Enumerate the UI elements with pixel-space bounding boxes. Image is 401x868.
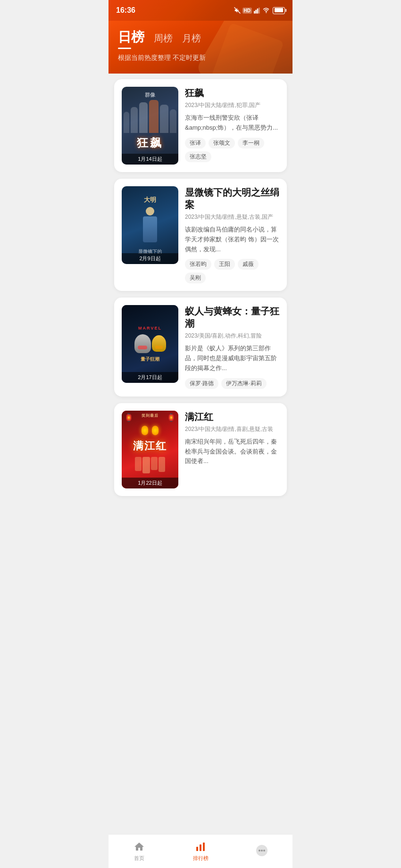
movie-title-2: 显微镜下的大明之丝绢案	[185, 186, 279, 211]
movie-list: 群像 狂飙 1月14日起 狂飙 2023/中国大陆/剧情,犯罪,国产	[109, 74, 292, 540]
movie-title-4: 满江红	[185, 411, 279, 423]
tab-weekly[interactable]: 周榜	[154, 32, 173, 47]
wifi-icon	[263, 7, 271, 14]
poster-date-1: 1月14日起	[122, 154, 178, 165]
movie-meta-4: 2023/中国大陆/剧情,喜剧,悬疑,古装	[185, 425, 279, 433]
movie-desc-4: 南宋绍兴年间，岳飞死后四年，秦桧率兵与金国会谈。会谈前夜，金国使者...	[185, 437, 279, 466]
cast-tag[interactable]: 张颂文	[209, 138, 235, 149]
movie-card-1[interactable]: 群像 狂飙 1月14日起 狂飙 2023/中国大陆/剧情,犯罪,国产	[114, 79, 287, 172]
movie-desc-3: 影片是《蚁人》系列的第三部作品，同时也是漫威电影宇宙第五阶段的揭幕之作...	[185, 344, 279, 373]
svg-rect-1	[254, 11, 255, 13]
battery-icon	[273, 7, 285, 14]
movie-poster-2: 大明 显微镜下的 2月9日起	[122, 186, 178, 264]
tab-daily[interactable]: 日榜	[118, 28, 144, 48]
movie-info-2: 显微镜下的大明之丝绢案 2023/中国大陆/剧情,悬疑,古装,国产 该剧改编自马…	[185, 186, 279, 283]
cast-tags-3: 保罗·路德 伊万杰琳·莉莉	[185, 378, 279, 389]
poster-date-2: 2月9日起	[122, 253, 178, 264]
poster-date-3: 2月17日起	[122, 372, 178, 383]
signal-icon	[254, 7, 261, 14]
cast-tag[interactable]: 张若昀	[185, 259, 211, 270]
cast-tag[interactable]: 张译	[185, 138, 206, 149]
cast-tag[interactable]: 王阳	[214, 259, 235, 270]
cast-tag[interactable]: 张志坚	[185, 151, 211, 162]
tab-bar: 日榜 周榜 月榜	[118, 28, 283, 48]
movie-card-2[interactable]: 大明 显微镜下的 2月9日起 显微镜下的大明之丝绢案 2023/中国大陆/剧情,…	[114, 179, 287, 291]
mute-icon	[234, 7, 241, 14]
cast-tag[interactable]: 吴刚	[185, 273, 206, 283]
movie-meta-2: 2023/中国大陆/剧情,悬疑,古装,国产	[185, 213, 279, 221]
cast-tags-1: 张译 张颂文 李一桐 张志坚	[185, 138, 279, 162]
movie-meta-3: 2023/美国/喜剧,动作,科幻,冒险	[185, 332, 279, 340]
cast-tag[interactable]: 保罗·路德	[185, 378, 218, 389]
tab-monthly[interactable]: 月榜	[182, 32, 201, 47]
hd-badge: HD	[242, 8, 252, 14]
movie-card-4[interactable]: 笑到最后 满江红 🏮 🏮	[114, 403, 287, 496]
cast-tag[interactable]: 戚薇	[238, 259, 259, 270]
svg-rect-2	[255, 10, 257, 14]
movie-title-3: 蚁人与黄蜂女：量子狂潮	[185, 305, 279, 330]
cast-tag[interactable]: 伊万杰琳·莉莉	[221, 378, 266, 389]
subtitle: 根据当前热度整理 不定时更新	[118, 54, 283, 62]
status-time: 16:36	[116, 6, 135, 15]
svg-rect-4	[259, 8, 260, 14]
movie-info-4: 满江红 2023/中国大陆/剧情,喜剧,悬疑,古装 南宋绍兴年间，岳飞死后四年，…	[185, 411, 279, 488]
poster-date-4: 1月22日起	[122, 478, 178, 488]
movie-meta-1: 2023/中国大陆/剧情,犯罪,国产	[185, 101, 279, 109]
movie-desc-1: 京海市一线刑警安欣（张译 &amp;nbsp;饰），在与黑恶势力...	[185, 113, 279, 133]
movie-title-1: 狂飙	[185, 87, 279, 99]
svg-point-5	[266, 12, 267, 13]
cast-tags-2: 张若昀 王阳 戚薇 吴刚	[185, 259, 279, 283]
movie-desc-2: 该剧改编自马伯庸的同名小说，算学天才帅家默（张若昀 饰）因一次偶然，发现...	[185, 225, 279, 254]
movie-info-1: 狂飙 2023/中国大陆/剧情,犯罪,国产 京海市一线刑警安欣（张译 &amp;…	[185, 87, 279, 165]
movie-poster-3: MARVEL 量子狂潮 2月17日起	[122, 305, 178, 383]
cast-tag[interactable]: 李一桐	[238, 138, 264, 149]
movie-info-3: 蚁人与黄蜂女：量子狂潮 2023/美国/喜剧,动作,科幻,冒险 影片是《蚁人》系…	[185, 305, 279, 389]
movie-poster-4: 笑到最后 满江红 🏮 🏮	[122, 411, 178, 488]
svg-rect-3	[257, 8, 259, 14]
movie-poster-1: 群像 狂飙 1月14日起	[122, 87, 178, 165]
status-icons: HD	[234, 7, 285, 14]
header: 日榜 周榜 月榜 根据当前热度整理 不定时更新	[109, 21, 292, 74]
status-bar: 16:36 HD	[109, 0, 292, 21]
movie-card-3[interactable]: MARVEL 量子狂潮 2月17日起 蚁人与黄蜂女：量子狂潮	[114, 298, 287, 396]
